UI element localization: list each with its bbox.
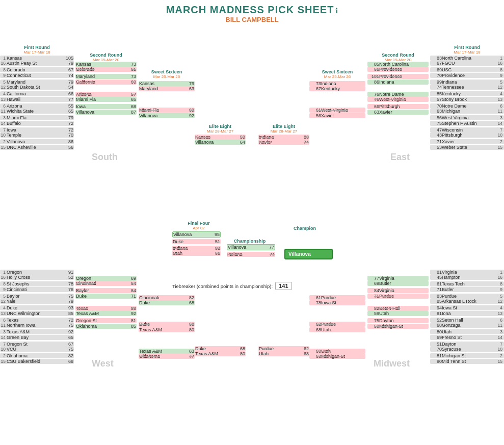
team-row: 59Utah [367, 311, 429, 316]
team-row: Cincinnati64 [75, 281, 137, 286]
team-row: 81Iona13 [430, 311, 504, 316]
team-row: 71Butler9 [430, 287, 504, 292]
team-row: 14Green Bay65 [0, 335, 74, 340]
champion-box: Villanova [284, 249, 333, 259]
team-row: 90Mid Tenn St15 [430, 359, 504, 364]
team-row: Villanova64 [195, 140, 246, 145]
team-row: 67Kentucky [309, 86, 365, 91]
team-row: 61Texas Tech8 [430, 281, 504, 286]
team-row: 68Utah [309, 327, 365, 332]
team-row: Oregon St81 [75, 318, 137, 323]
team-row: 74Tennessee12 [430, 85, 504, 90]
team-row: Arizona57 [75, 92, 137, 97]
team-row: 45Hampton16 [430, 275, 504, 280]
team-row: 63Michigan St [309, 354, 365, 359]
team-row: 3Miami Fla79 [0, 115, 74, 120]
team-row: Texas A&M80 [139, 327, 195, 332]
team-row: 7Iowa72 [0, 127, 74, 133]
team-row: 13Hawaii77 [0, 97, 74, 102]
team-row: 60Utah [309, 349, 365, 354]
team-row: 85Arkansas L Rock12 [430, 299, 504, 304]
right-second-round-label: Second Round [367, 53, 429, 58]
team-row: 99Indiana5 [430, 80, 504, 85]
team-row: Xavier74 [258, 140, 309, 145]
left-elite-eight-date: Mar 28-Mar 27 [195, 129, 246, 134]
team-row: 84Virginia [367, 288, 429, 293]
team-row: 12South Dakota St54 [0, 85, 74, 90]
team-row: 76Notre Dame [367, 92, 429, 97]
team-row: 62Purdue [309, 322, 365, 327]
team-row: Miami Fla65 [75, 97, 137, 102]
team-row: Villanova92 [139, 113, 195, 118]
team-row: Indiana88 [258, 135, 309, 140]
team-row: Kansas79 [139, 81, 195, 86]
team-row: 83North Carolina1 [430, 56, 504, 61]
team-row: Duke51 [172, 239, 221, 244]
team-row: Texas A&M92 [75, 311, 137, 316]
team-row: 56West Virginia3 [430, 115, 504, 120]
team-row: 10Temple70 [0, 133, 74, 138]
team-row: 15CSU Bakersfield68 [0, 359, 74, 364]
team-row: 70Providence9 [430, 73, 504, 78]
team-row: 57Stony Brook13 [430, 97, 504, 102]
champion-label: Champion [284, 226, 325, 231]
team-row: 6Texas72 [0, 318, 74, 323]
left-second-round-label: Second Round [75, 53, 137, 58]
info-icon: ℹ [335, 7, 338, 15]
team-row: California60 [75, 80, 137, 85]
bracket-wrap: First Round Mar 17-Mar 18 Second Round M… [0, 24, 504, 445]
team-row: 2Villanova86 [0, 139, 74, 144]
right-elite-eight-label: Elite Eight [258, 124, 309, 129]
team-row: Indiana83 [172, 246, 221, 251]
tiebreaker-label: Tiebreaker (combined points in champions… [172, 283, 273, 289]
team-row: 63Xavier [367, 110, 429, 115]
team-row: 5Baylor75 [0, 294, 74, 299]
right-elite-eight-date: Mar 28-Mar 27 [258, 129, 309, 134]
team-row: 81Michigan St2 [430, 353, 504, 358]
team-row: 85North Carolina [367, 62, 429, 67]
right-sweet-sixteen-label: Sweet Sixteen [309, 69, 365, 74]
team-row: 16Austin Peay St79 [0, 61, 74, 66]
team-row: Maryland63 [139, 86, 195, 91]
team-row: 71Xavier2 [430, 139, 504, 144]
east-region-label: East [390, 152, 410, 163]
team-row: 43Pittsburgh10 [430, 133, 504, 138]
team-row: 9Connecticut74 [0, 73, 74, 78]
team-row: Villanova87 [75, 110, 137, 115]
team-row: 61Purdue [309, 295, 365, 300]
team-row: 101Providence [367, 74, 429, 79]
team-row: 1Kansas105 [0, 56, 74, 61]
team-row: Texas88 [75, 306, 137, 311]
team-row: 13UNC Wilmington85 [0, 311, 74, 316]
left-first-round-label: First Round [0, 45, 74, 50]
team-row: 75Stephen F Austin14 [430, 121, 504, 126]
tiebreaker-value: 141 [275, 282, 291, 290]
team-row: 83Purdue5 [430, 294, 504, 299]
team-row: 9Cincinnati76 [0, 287, 74, 292]
team-row: 50Michigan St [367, 324, 429, 329]
team-row: 75Dayton [367, 318, 429, 323]
team-row: Maryland73 [75, 74, 137, 79]
team-row: 66Providence [367, 67, 429, 72]
team-row: 56Xavier [309, 113, 365, 118]
team-row: 10VCU75 [0, 347, 74, 352]
team-row: 4California66 [0, 91, 74, 96]
team-row: 71Purdue [367, 294, 429, 299]
team-row: Oklahoma85 [75, 324, 137, 329]
left-sweet-sixteen-label: Sweet Sixteen [139, 69, 195, 74]
team-row: 8St Josephs78 [0, 281, 74, 286]
left-first-round-date: Mar 17-Mar 18 [0, 50, 74, 55]
right-first-round-label: First Round [430, 45, 504, 50]
team-row: 69USC8 [430, 67, 504, 72]
team-row: Villanova77 [227, 244, 275, 250]
team-row: 66Pittsburgh [367, 104, 429, 109]
team-row: 69Butler [367, 281, 429, 286]
team-row: 52Seton Hall6 [430, 318, 504, 323]
team-row: 81Virginia1 [430, 270, 504, 275]
west-region-label: West [92, 358, 114, 369]
team-row: Texas A&M80 [195, 351, 246, 356]
team-row: 67FGCU16 [430, 61, 504, 66]
team-row: 47Wisconsin7 [430, 127, 504, 133]
team-row: 16Holly Cross52 [0, 275, 74, 280]
team-row: Villanova95 [172, 231, 221, 238]
